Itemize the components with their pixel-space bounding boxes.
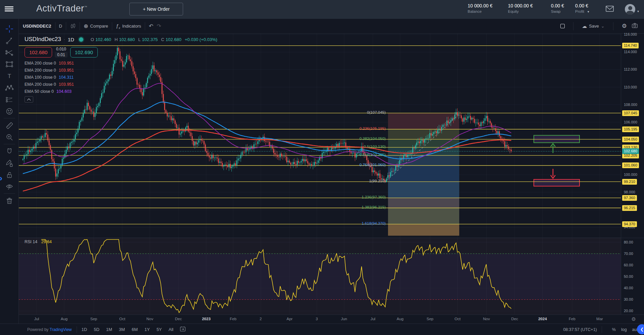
save-button[interactable]: ☁Save⌄ xyxy=(582,23,605,29)
hide-drawings-eye-icon[interactable] xyxy=(3,181,15,192)
chart-type-icon[interactable] xyxy=(70,23,76,29)
spread-block: 0.010 0.01 xyxy=(55,47,67,58)
range-button-5D[interactable]: 5D xyxy=(94,327,99,332)
menu-icon[interactable] xyxy=(5,5,13,13)
time-axis-label: Apr xyxy=(287,317,293,321)
range-button-6M[interactable]: 6M xyxy=(132,327,138,332)
fib-level-label: 0.236(105.195) xyxy=(359,126,386,131)
go-to-date-icon[interactable] xyxy=(179,326,186,333)
price-tick-label: 112.000 xyxy=(624,67,637,72)
time-axis-label: Nov xyxy=(483,317,490,321)
cloud-icon: ☁ xyxy=(582,23,587,29)
text-tool-icon[interactable]: T xyxy=(3,70,15,82)
price-tick-label: 110.000 xyxy=(624,84,637,90)
chart-settings-gear-icon[interactable]: ⚙ xyxy=(622,23,627,30)
crosshair-tool-icon[interactable] xyxy=(3,23,15,35)
activtrader-app: ActivTrader™ + New Order 10 000.00 € Bal… xyxy=(0,0,644,335)
buy-ask-button[interactable]: 102.690 xyxy=(70,47,98,58)
legend-interval: 1D xyxy=(68,37,74,42)
time-axis-label: Aug xyxy=(397,317,403,321)
ema-legend-row: EMA 50 close 0104.603 xyxy=(25,89,219,94)
drawing-lock-icon[interactable] xyxy=(3,157,15,169)
swap-block: 0.00 € Swap xyxy=(551,3,564,13)
swap-value: 0.00 € xyxy=(551,3,564,8)
sell-bid-button[interactable]: 102.680 xyxy=(25,47,52,58)
layout-icon[interactable] xyxy=(560,24,565,28)
range-button-1Y[interactable]: 1Y xyxy=(144,327,150,332)
range-button-3M[interactable]: 3M xyxy=(119,327,125,332)
time-axis[interactable]: ⚙ JulAugSepOctNovDec2023Feb2Apr3JunJulAu… xyxy=(19,314,644,324)
shapes-tool-icon[interactable] xyxy=(3,58,15,70)
price-scale[interactable]: 116.000114.000112.000110.000108.000106.0… xyxy=(621,34,644,314)
range-button-5Y[interactable]: 5Y xyxy=(157,327,162,332)
forecast-tool-icon[interactable] xyxy=(3,94,15,105)
fib-tools-icon[interactable] xyxy=(3,46,15,58)
time-axis-label: Aug xyxy=(61,317,68,321)
collapse-indicators-button[interactable] xyxy=(25,96,33,103)
range-button-1M[interactable]: 1M xyxy=(106,327,112,332)
range-button-All[interactable]: All xyxy=(169,327,173,332)
magnet-icon[interactable] xyxy=(3,145,15,157)
equity-block: 10 000.00 € Equity xyxy=(508,3,533,13)
zoom-in-icon[interactable] xyxy=(3,131,15,143)
time-axis-label: Jun xyxy=(341,317,347,321)
level-price-label: 97.360 xyxy=(622,195,637,201)
mail-icon[interactable] xyxy=(605,5,614,13)
account-caret-icon[interactable]: ▾ xyxy=(637,9,639,13)
snapshot-camera-icon[interactable] xyxy=(632,23,638,30)
compare-button[interactable]: ⊕Compare xyxy=(84,23,108,29)
swap-label: Swap xyxy=(551,9,564,13)
level-price-label: 99.210 xyxy=(622,179,637,185)
percent-scale-button[interactable]: % xyxy=(612,327,616,332)
ohlc-values: O102.460 H102.680 L102.375 C102.680 +0.0… xyxy=(91,37,219,42)
symbol-search-button[interactable]: USDINDDEC2 xyxy=(23,24,51,29)
chart-area[interactable]: 0(107.045)0.236(105.195)0.382(104.050)0.… xyxy=(19,34,644,324)
level-price-label: 104.050 xyxy=(622,137,639,142)
price-tick-label: 116.000 xyxy=(624,32,637,37)
balance-label: Balance xyxy=(468,9,492,13)
remove-drawings-trash-icon[interactable] xyxy=(3,195,15,207)
time-axis-label: 2023 xyxy=(202,317,211,321)
fib-level-label: 0.618(102.205) xyxy=(359,153,386,157)
svg-text:T: T xyxy=(7,73,11,79)
panel-expander-icon[interactable]: › xyxy=(0,175,2,182)
price-tick-label: 98.000 xyxy=(624,189,635,195)
time-axis-label: Oct xyxy=(119,317,125,321)
pattern-tool-icon[interactable] xyxy=(3,82,15,94)
app-logo: ActivTrader™ xyxy=(36,3,87,14)
trend-line-tool-icon[interactable] xyxy=(3,35,15,46)
spread-value: 0.010 xyxy=(55,47,67,51)
level-price-label: 114.740 xyxy=(622,43,639,48)
emoji-tool-icon[interactable] xyxy=(3,105,15,117)
new-order-button[interactable]: + New Order xyxy=(129,3,183,15)
rsi-value: 29.64 xyxy=(41,239,52,244)
profit-caret-icon[interactable]: ▾ xyxy=(588,10,589,13)
indicators-button[interactable]: ƒxIndicators xyxy=(116,23,141,30)
measure-ruler-icon[interactable] xyxy=(3,119,15,131)
log-scale-button[interactable]: log xyxy=(621,327,627,332)
undo-icon[interactable]: ↶ xyxy=(149,23,153,29)
ema-legend-row: EMA 200 close 0103.951 xyxy=(25,68,219,73)
collapse-panel-button[interactable]: ❮ xyxy=(637,324,644,334)
level-price-label: 105.195 xyxy=(622,126,639,132)
time-axis-label: Mar xyxy=(596,317,603,321)
tradingview-link[interactable]: TradingView xyxy=(50,327,72,332)
profit-label: Profit xyxy=(575,9,584,13)
time-axis-label: Sep xyxy=(427,317,433,321)
time-axis-label: Feb xyxy=(569,317,575,321)
powered-by-text: Powered by xyxy=(27,327,48,332)
compare-plus-icon: ⊕ xyxy=(84,23,88,29)
redo-icon[interactable]: ↷ xyxy=(157,23,161,29)
fib-level-label: 0(107.045) xyxy=(367,110,386,114)
range-button-1D[interactable]: 1D xyxy=(82,327,87,332)
rsi-tick-label: 40.00 xyxy=(624,285,633,291)
user-avatar[interactable] xyxy=(625,4,635,14)
fib-level-label: 1.236(97.360) xyxy=(361,195,386,199)
level-price-label: 94.370 xyxy=(622,221,637,227)
interval-button[interactable]: D xyxy=(59,24,62,29)
lock-all-icon[interactable] xyxy=(3,169,15,181)
profit-value: 0.00 € xyxy=(575,3,589,8)
pane-separator[interactable] xyxy=(19,238,644,238)
timezone-gear-icon[interactable]: ⚙ xyxy=(632,316,636,322)
spread-pips: 0.01 xyxy=(55,52,67,58)
